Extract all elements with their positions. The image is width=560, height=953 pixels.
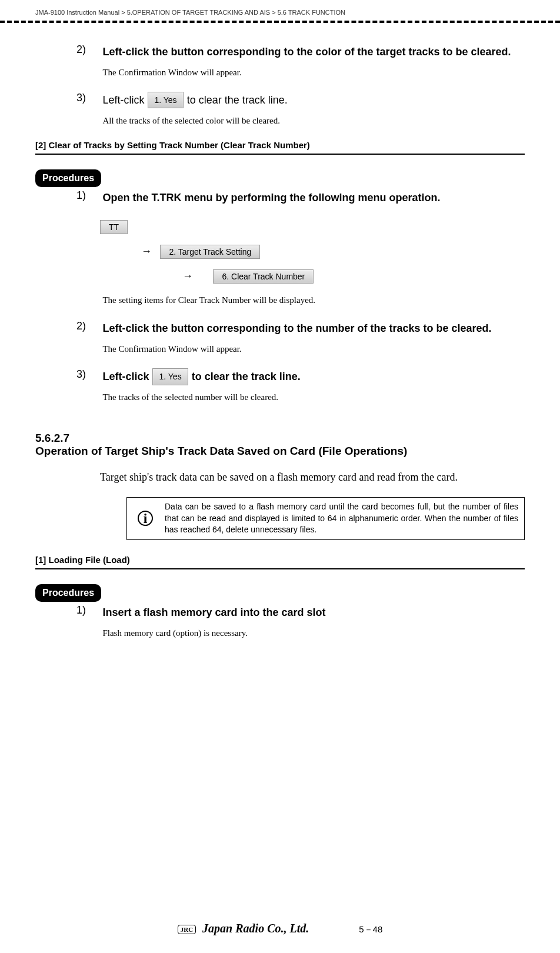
info-text: Data can be saved to a flash memory card… [165,501,518,536]
step-number: 1) [76,604,100,617]
step-2b: 2) Left-click the button corresponding t… [76,320,525,354]
step-number: 3) [76,368,100,381]
step-title: Insert a flash memory card into the card… [102,604,521,621]
step-description: The Confirmation Window will appear. [102,68,521,78]
target-track-setting-button: 2. Target Track Setting [160,245,260,259]
step-number: 3) [76,92,100,104]
chapter-number: 5.6.2.7 [35,432,100,445]
yes-button: 1. Yes [148,92,183,108]
procedures-badge: Procedures [35,584,101,602]
step-number: 1) [76,189,100,202]
section-name: 5.6 TRACK FUNCTION [278,9,345,16]
step-3b: 3) Left-click 1. Yes to clear the track … [76,368,525,402]
arrow-icon: → [182,270,193,282]
manual-name: JMA-9100 Instruction Manual [35,9,119,16]
tt-menu-button: TT [100,220,128,234]
step-title: Left-click 1. Yes to clear the track lin… [102,92,521,109]
step-description: Flash memory card (option) is necessary. [102,628,521,638]
step-pre-text: Left-click [102,92,144,109]
step-post-text: to clear the track line. [187,92,288,109]
step-pre-text: Left-click [102,368,149,385]
arrow-icon: → [141,245,152,257]
breadcrumb-sep: > [272,9,275,16]
company-name: Japan Radio Co., Ltd. [202,922,309,935]
step-title: Open the T.TRK menu by performing the fo… [102,189,521,206]
step-1c: 1) Insert a flash memory card into the c… [76,604,525,638]
step-post-text: to clear the track line. [192,368,301,385]
page-footer: JRC Japan Radio Co., Ltd. 5－48 [0,922,560,935]
section-divider [35,568,525,569]
step-1b-desc-wrap: The setting items for Clear Track Number… [76,295,525,306]
section-1-sub-title: [1] Loading File (Load) [35,555,525,565]
chapter-heading: 5.6.2.7 Operation of Target Ship's Track… [35,432,525,458]
step-description: The Confirmation Window will appear. [102,344,521,354]
info-icon: i [138,511,153,526]
section-divider [35,154,525,155]
yes-button: 1. Yes [152,368,188,385]
step-title: Left-click 1. Yes to clear the track lin… [102,368,521,385]
step-description: The setting items for Clear Track Number… [102,295,521,305]
section-2-title: [2] Clear of Tracks by Setting Track Num… [35,140,525,150]
info-box: i Data can be saved to a flash memory ca… [126,497,525,540]
header-divider [0,21,560,23]
step-1b: 1) Open the T.TRK menu by performing the… [76,189,525,206]
breadcrumb-sep: > [121,9,125,16]
procedures-badge: Procedures [35,169,101,187]
step-title: Left-click the button corresponding to t… [102,320,521,337]
step-title: Left-click the button corresponding to t… [102,44,521,61]
step-2a: 2) Left-click the button corresponding t… [76,44,525,78]
page-number: 5－48 [359,924,382,935]
step-description: All the tracks of the selected color wil… [102,116,521,126]
step-description: The tracks of the selected number will b… [102,392,521,402]
chapter-title-text: Operation of Target Ship's Track Data Sa… [35,445,457,458]
chapter-body: Target ship's track data can be saved on… [100,469,525,485]
step-number: 2) [76,320,100,332]
clear-track-number-button: 6. Clear Track Number [213,269,314,284]
chapter-name: 5.OPERATION OF TARGET TRACKING AND AIS [127,9,270,16]
jrc-logo: JRC [178,925,196,934]
step-3a: 3) Left-click 1. Yes to clear the track … [76,92,525,126]
step-number: 2) [76,44,100,56]
document-header: JMA-9100 Instruction Manual > 5.OPERATIO… [35,9,525,16]
menu-navigation: TT → 2. Target Track Setting → 6. Clear … [100,220,525,284]
